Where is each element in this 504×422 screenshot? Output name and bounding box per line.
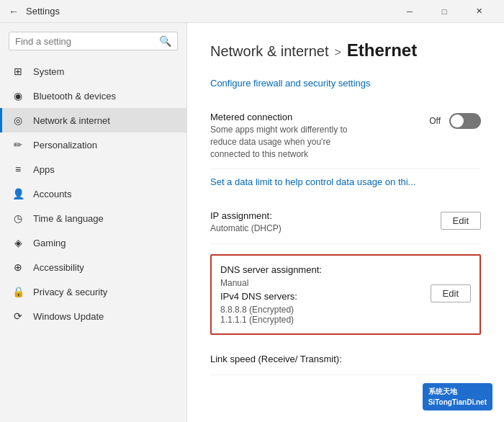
nav-icon-update: ⟳ xyxy=(12,310,24,323)
nav-icon-accounts: 👤 xyxy=(12,187,24,200)
sidebar-item-privacy[interactable]: 🔒Privacy & security xyxy=(0,279,186,304)
link-speed-label: Link speed (Receive/ Transmit): xyxy=(210,354,481,364)
minimize-button[interactable]: ─ xyxy=(393,0,426,23)
ip-assignment-control: Edit xyxy=(441,212,481,230)
metered-connection-label: Metered connection xyxy=(210,112,429,122)
dns-control: Edit xyxy=(431,284,471,302)
nav-icon-apps: ≡ xyxy=(12,163,24,176)
nav-icon-personalization: ✏ xyxy=(12,138,24,151)
titlebar-title: Settings xyxy=(26,6,60,17)
sidebar-item-gaming[interactable]: ◈Gaming xyxy=(0,230,186,255)
dns-box: DNS server assignment: Manual IPv4 DNS s… xyxy=(210,254,481,335)
firewall-link[interactable]: Configure firewall and security settings xyxy=(210,78,481,89)
dns-mode: Manual xyxy=(220,278,431,288)
close-button[interactable]: ✕ xyxy=(462,0,495,23)
sidebar-item-network[interactable]: ◎Network & internet xyxy=(0,108,186,133)
nav-icon-time: ◷ xyxy=(12,212,24,225)
link-speed-row: Link speed (Receive/ Transmit): xyxy=(210,345,481,375)
sidebar-item-bluetooth[interactable]: ◉Bluetooth & devices xyxy=(0,84,186,108)
watermark: 系统天地 SiTongTianDi.net xyxy=(423,383,492,410)
nav-icon-network: ◎ xyxy=(12,114,24,127)
nav-icon-system: ⊞ xyxy=(12,65,24,78)
sidebar-label-accounts: Accounts xyxy=(33,189,71,199)
ip-assignment-info: IP assignment: Automatic (DHCP) xyxy=(210,210,441,235)
ip-assignment-label: IP assignment: xyxy=(210,210,441,221)
watermark-subtext: SiTongTianDi.net xyxy=(428,397,487,408)
breadcrumb-parent: Network & internet xyxy=(210,43,329,60)
sidebar-item-accessibility[interactable]: ⊕Accessibility xyxy=(0,255,186,279)
sidebar-label-time: Time & language xyxy=(33,213,104,224)
sidebar-item-personalization[interactable]: ✏Personalization xyxy=(0,133,186,157)
metered-connection-control: Off xyxy=(429,113,481,129)
metered-connection-toggle[interactable] xyxy=(449,113,481,129)
sidebar-item-system[interactable]: ⊞System xyxy=(0,59,186,84)
sidebar-label-personalization: Personalization xyxy=(33,140,97,151)
breadcrumb-current: Ethernet xyxy=(347,40,417,60)
nav-list: ⊞System◉Bluetooth & devices◎Network & in… xyxy=(0,59,186,328)
search-input[interactable] xyxy=(15,36,159,47)
breadcrumb-chevron: > xyxy=(335,46,341,59)
watermark-text: 系统天地 xyxy=(428,386,487,397)
ip-assignment-row: IP assignment: Automatic (DHCP) Edit xyxy=(210,202,481,244)
sidebar-item-update[interactable]: ⟳Windows Update xyxy=(0,304,186,328)
sidebar-item-accounts[interactable]: 👤Accounts xyxy=(0,181,186,206)
sidebar-label-apps: Apps xyxy=(33,164,55,175)
sidebar-label-system: System xyxy=(33,66,64,77)
content-area: Network & internet > Ethernet Configure … xyxy=(187,23,504,422)
sidebar-label-bluetooth: Bluetooth & devices xyxy=(33,91,116,102)
dns-info: DNS server assignment: Manual IPv4 DNS s… xyxy=(220,264,431,325)
nav-icon-bluetooth: ◉ xyxy=(12,89,24,102)
toggle-off-label: Off xyxy=(429,116,441,126)
maximize-button[interactable]: □ xyxy=(428,0,461,23)
sidebar-item-apps[interactable]: ≡Apps xyxy=(0,157,186,181)
sidebar-label-accessibility: Accessibility xyxy=(33,262,84,273)
dns-server-1: 8.8.8.8 (Encrypted) xyxy=(220,305,431,315)
sidebar-label-privacy: Privacy & security xyxy=(33,287,107,297)
titlebar-controls: ─ □ ✕ xyxy=(393,0,495,23)
sidebar-label-network: Network & internet xyxy=(33,115,110,126)
metered-connection-row: Metered connection Some apps might work … xyxy=(210,103,481,169)
dns-assignment-label: DNS server assignment: xyxy=(220,264,431,275)
metered-connection-desc: Some apps might work differently to redu… xyxy=(210,124,369,160)
dns-ipv4-label: IPv4 DNS servers: xyxy=(220,291,431,302)
sidebar: 🔍 ⊞System◉Bluetooth & devices◎Network & … xyxy=(0,23,187,422)
sidebar-item-time[interactable]: ◷Time & language xyxy=(0,206,186,230)
nav-icon-gaming: ◈ xyxy=(12,236,24,249)
link-speed-info: Link speed (Receive/ Transmit): xyxy=(210,354,481,366)
nav-icon-privacy: 🔒 xyxy=(12,285,24,298)
titlebar-left: ← Settings xyxy=(9,6,60,17)
metered-connection-info: Metered connection Some apps might work … xyxy=(210,112,429,160)
sidebar-label-gaming: Gaming xyxy=(33,238,66,248)
dns-edit-button[interactable]: Edit xyxy=(431,284,471,302)
data-limit-link[interactable]: Set a data limit to help control data us… xyxy=(210,176,481,187)
back-button[interactable]: ← xyxy=(9,6,19,17)
search-box[interactable]: 🔍 xyxy=(9,32,178,50)
titlebar: ← Settings ─ □ ✕ xyxy=(0,0,504,23)
search-icon[interactable]: 🔍 xyxy=(159,35,171,47)
page-header: Network & internet > Ethernet xyxy=(210,40,481,60)
app-container: 🔍 ⊞System◉Bluetooth & devices◎Network & … xyxy=(0,23,504,422)
sidebar-label-update: Windows Update xyxy=(33,311,104,322)
dns-row: DNS server assignment: Manual IPv4 DNS s… xyxy=(220,264,471,325)
nav-icon-accessibility: ⊕ xyxy=(12,261,24,274)
dns-server-2: 1.1.1.1 (Encrypted) xyxy=(220,315,431,325)
dns-section: DNS server assignment: Manual IPv4 DNS s… xyxy=(210,244,481,345)
ip-assignment-value: Automatic (DHCP) xyxy=(210,223,369,235)
ip-edit-button[interactable]: Edit xyxy=(441,212,481,230)
